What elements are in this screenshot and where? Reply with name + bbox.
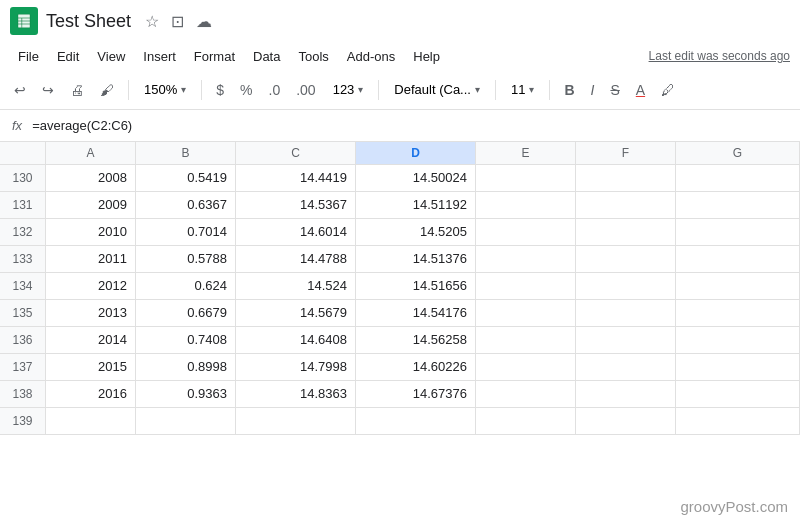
cell-g[interactable] [676,354,800,380]
cell-b[interactable]: 0.5788 [136,246,236,272]
cell-d[interactable]: 14.5205 [356,219,476,245]
cell-b[interactable]: 0.5419 [136,165,236,191]
menu-edit[interactable]: Edit [49,46,87,67]
cell-e[interactable] [476,246,576,272]
cell-a[interactable]: 2011 [46,246,136,272]
cell-f[interactable] [576,354,676,380]
bold-button[interactable]: B [558,78,580,102]
cell-f[interactable] [576,273,676,299]
cell-e[interactable] [476,273,576,299]
cell-b[interactable]: 0.6367 [136,192,236,218]
cell-d[interactable] [356,408,476,434]
star-icon[interactable]: ☆ [143,10,161,33]
cell-d[interactable]: 14.51192 [356,192,476,218]
strikethrough-button[interactable]: S [604,78,625,102]
cell-g[interactable] [676,192,800,218]
cell-f[interactable] [576,381,676,407]
print-button[interactable]: 🖨 [64,78,90,102]
cell-e[interactable] [476,327,576,353]
cell-c[interactable]: 14.5367 [236,192,356,218]
decimal-increase-button[interactable]: .00 [290,78,321,102]
menu-format[interactable]: Format [186,46,243,67]
menu-addons[interactable]: Add-ons [339,46,403,67]
cell-a[interactable]: 2015 [46,354,136,380]
cloud-icon[interactable]: ☁ [194,10,214,33]
cell-b[interactable]: 0.8998 [136,354,236,380]
cell-e[interactable] [476,165,576,191]
cell-g[interactable] [676,273,800,299]
cell-g[interactable] [676,219,800,245]
cell-c[interactable]: 14.6014 [236,219,356,245]
cell-b[interactable]: 0.9363 [136,381,236,407]
text-color-button[interactable]: A [630,78,651,102]
cell-e[interactable] [476,192,576,218]
cell-g[interactable] [676,408,800,434]
cell-c[interactable]: 14.7998 [236,354,356,380]
percent-button[interactable]: % [234,78,258,102]
col-header-e[interactable]: E [476,142,576,164]
cell-a[interactable]: 2016 [46,381,136,407]
col-header-a[interactable]: A [46,142,136,164]
cell-b[interactable]: 0.6679 [136,300,236,326]
cell-d[interactable]: 14.51376 [356,246,476,272]
cell-a[interactable]: 2014 [46,327,136,353]
cell-a[interactable]: 2008 [46,165,136,191]
cell-f[interactable] [576,300,676,326]
cell-c[interactable]: 14.6408 [236,327,356,353]
cell-e[interactable] [476,408,576,434]
cell-f[interactable] [576,219,676,245]
cell-f[interactable] [576,192,676,218]
cell-e[interactable] [476,300,576,326]
cell-a[interactable]: 2009 [46,192,136,218]
currency-button[interactable]: $ [210,78,230,102]
cell-b[interactable] [136,408,236,434]
cell-d[interactable]: 14.54176 [356,300,476,326]
cell-c[interactable]: 14.8363 [236,381,356,407]
cell-d[interactable]: 14.56258 [356,327,476,353]
menu-view[interactable]: View [89,46,133,67]
font-size-dropdown[interactable]: 11 ▾ [504,78,541,101]
cell-c[interactable]: 14.5679 [236,300,356,326]
menu-insert[interactable]: Insert [135,46,184,67]
cell-f[interactable] [576,165,676,191]
font-family-dropdown[interactable]: Default (Ca... ▾ [387,78,487,101]
more-formats-dropdown[interactable]: 123 ▾ [326,78,371,101]
cell-e[interactable] [476,381,576,407]
menu-tools[interactable]: Tools [290,46,336,67]
cell-d[interactable]: 14.60226 [356,354,476,380]
menu-file[interactable]: File [10,46,47,67]
col-header-f[interactable]: F [576,142,676,164]
cell-c[interactable] [236,408,356,434]
cell-e[interactable] [476,354,576,380]
italic-button[interactable]: I [585,78,601,102]
cell-f[interactable] [576,246,676,272]
document-title[interactable]: Test Sheet [46,11,131,32]
decimal-decrease-button[interactable]: .0 [263,78,287,102]
cell-f[interactable] [576,408,676,434]
cell-a[interactable]: 2010 [46,219,136,245]
cell-e[interactable] [476,219,576,245]
undo-button[interactable]: ↩ [8,78,32,102]
cell-g[interactable] [676,381,800,407]
cell-g[interactable] [676,327,800,353]
col-header-g[interactable]: G [676,142,800,164]
menu-help[interactable]: Help [405,46,448,67]
cell-f[interactable] [576,327,676,353]
cell-b[interactable]: 0.7014 [136,219,236,245]
cell-b[interactable]: 0.7408 [136,327,236,353]
col-header-d[interactable]: D [356,142,476,164]
cell-a[interactable]: 2012 [46,273,136,299]
paint-format-button[interactable]: 🖌 [94,78,120,102]
zoom-dropdown[interactable]: 150% ▾ [137,78,193,101]
highlight-button[interactable]: 🖊 [655,78,681,102]
cell-g[interactable] [676,165,800,191]
col-header-c[interactable]: C [236,142,356,164]
cell-c[interactable]: 14.4788 [236,246,356,272]
cell-d[interactable]: 14.50024 [356,165,476,191]
cell-d[interactable]: 14.67376 [356,381,476,407]
cell-c[interactable]: 14.4419 [236,165,356,191]
formula-input[interactable] [32,118,792,133]
redo-button[interactable]: ↪ [36,78,60,102]
menu-data[interactable]: Data [245,46,288,67]
cell-c[interactable]: 14.524 [236,273,356,299]
